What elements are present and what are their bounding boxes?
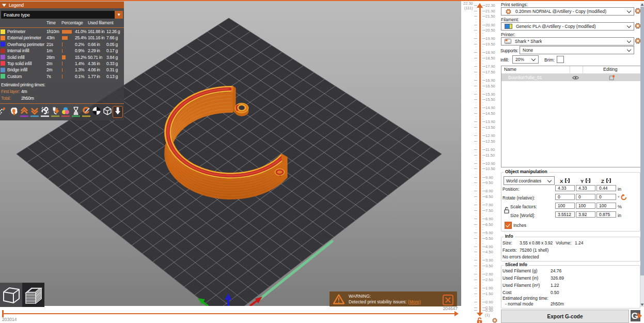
layer-tick: [482, 55, 483, 56]
legend-row-overhang-perimeter: Overhang perimeter21s0.2%0.66 in0.05 g: [0, 41, 124, 48]
feature-label: External perimeter: [7, 35, 41, 40]
layer-tick: [474, 58, 477, 58]
layer-tick-label: 0.90: [485, 300, 493, 304]
rotate-reset-icon[interactable]: [621, 194, 627, 200]
manip-input[interactable]: 0.875: [596, 211, 616, 218]
shells-toggle[interactable]: [92, 106, 101, 117]
legend-title-bar[interactable]: Legend: [0, 2, 124, 8]
window-top-accent: [0, 0, 644, 1]
view-type-combo[interactable]: Feature type ▼: [1, 11, 123, 19]
print-pauses-toggle[interactable]: [51, 106, 60, 117]
seams-toggle[interactable]: [40, 106, 50, 117]
settings-panel: Print settings: 0.20mm NORMAL @Artillery…: [500, 1, 644, 323]
object-row[interactable]: BourdonTube_01: [501, 74, 642, 81]
box-toggle[interactable]: [103, 106, 112, 117]
move-slider-right-thumb[interactable]: [454, 311, 459, 316]
layer-tick: [482, 249, 483, 250]
custom-gcode-toggle[interactable]: [82, 106, 91, 117]
legend-row-bridge-infill: Bridge infill2m1.3%4.06 in0.31 g: [0, 67, 124, 73]
manip-input[interactable]: 0: [576, 194, 595, 200]
feature-weight: 0.17 g: [106, 48, 118, 53]
layer-tick: [482, 47, 483, 47]
axis-frame-icon: [565, 178, 570, 183]
filament-combo[interactable]: Generic PLA @Artillery - Copy (modified): [501, 22, 634, 30]
tool-marker-toggle[interactable]: [113, 106, 122, 117]
move-slider-track[interactable]: [2, 313, 455, 314]
panel-scrollbar[interactable]: [640, 3, 644, 307]
manip-input[interactable]: 100: [555, 203, 575, 209]
slider-gear-icon[interactable]: [492, 318, 497, 323]
gcode-move-slider: 204647 203014: [0, 306, 461, 323]
export-gcode-button[interactable]: Export G-code: [501, 310, 629, 323]
layer-tick: [476, 160, 477, 161]
warning-triangle-icon: [333, 294, 344, 304]
gcode-badge-letter: G: [631, 311, 638, 321]
viewport-3d[interactable]: Legend Feature type ▼ Time Percentage Us…: [0, 1, 461, 306]
manip-input[interactable]: 4.33: [555, 185, 575, 191]
layer-tick: [476, 172, 477, 172]
layer-tick: [474, 247, 477, 247]
manip-input[interactable]: 0.44: [596, 185, 616, 191]
layer-tick: [474, 182, 477, 183]
printer-combo[interactable]: Shark * Shark: [501, 37, 634, 45]
infill-combo[interactable]: 20%: [512, 55, 539, 64]
inches-checkbox[interactable]: [505, 222, 512, 229]
move-slider-left-thumb[interactable]: [2, 310, 4, 317]
sliced-value: 24.76: [551, 268, 561, 273]
layer-tick: [476, 64, 477, 64]
scrollbar-up-arrow[interactable]: [640, 3, 644, 6]
layer-tick: [474, 205, 477, 205]
manip-input[interactable]: 100: [576, 203, 595, 209]
scrollbar-down-arrow[interactable]: [640, 303, 644, 306]
layer-tick: [482, 296, 483, 297]
color-changes-toggle[interactable]: [61, 106, 70, 117]
sliced-label: Used Filament (in): [502, 275, 538, 281]
manip-input[interactable]: 3.92: [576, 211, 595, 218]
unlock-icon[interactable]: [477, 317, 482, 323]
layer-slider-track[interactable]: [479, 6, 481, 313]
layer-tick: [482, 263, 483, 264]
manip-input[interactable]: 0: [555, 194, 575, 200]
layer-tick: [476, 27, 477, 28]
move-slider-max-label: 204647: [443, 306, 458, 311]
editor-view-button[interactable]: [0, 283, 22, 307]
layer-tick: [482, 22, 483, 22]
pause-prints-toggle[interactable]: [71, 106, 81, 117]
editing-icon[interactable]: [609, 75, 615, 81]
retractions-icon: [20, 106, 29, 117]
infill-label: Infill:: [500, 57, 509, 63]
warning-close-button[interactable]: [443, 295, 453, 305]
feature-time: 43m: [46, 35, 55, 40]
preview-view-button[interactable]: [22, 283, 44, 307]
layer-tick: [482, 241, 483, 241]
print-settings-combo[interactable]: 0.20mm NORMAL @Artillery - Copy (modifie…: [501, 7, 634, 16]
deretractions-toggle[interactable]: [30, 106, 39, 117]
layer-tick: [474, 219, 477, 219]
supports-combo[interactable]: None: [520, 46, 634, 54]
manip-input[interactable]: 4.33: [576, 185, 595, 191]
errors-value: No errors detected: [502, 254, 539, 259]
wipe-toggle[interactable]: [9, 106, 19, 117]
layer-tick-label: 2.90: [485, 272, 493, 276]
chevron-down-icon: [627, 39, 631, 42]
view-type-dropdown-button[interactable]: ▼: [115, 11, 123, 19]
travel-toggle[interactable]: [0, 106, 8, 117]
retractions-toggle[interactable]: [20, 106, 29, 117]
scale-lock-icon[interactable]: [504, 207, 509, 213]
layer-tick-label: 8.50: [485, 194, 493, 199]
brim-checkbox[interactable]: [557, 56, 564, 63]
layer-tick: [482, 138, 483, 139]
eye-icon[interactable]: [572, 75, 579, 80]
sliced-value: 1.22: [551, 283, 559, 288]
coordinates-combo[interactable]: World coordinates: [504, 176, 555, 185]
close-icon: [445, 297, 451, 303]
feature-time: 26m: [46, 55, 55, 60]
panel-scrollbar-thumb[interactable]: [640, 7, 644, 275]
feature-color-swatch: [1, 74, 5, 79]
manip-input[interactable]: 0: [596, 194, 616, 200]
layer-tick-label: 20.50: [485, 28, 495, 33]
layer-slider-lower-thumb[interactable]: [477, 313, 483, 316]
manip-input[interactable]: 100: [596, 203, 616, 209]
manip-input[interactable]: 3.5512: [555, 211, 575, 218]
warning-more-link[interactable]: (More): [408, 299, 421, 304]
